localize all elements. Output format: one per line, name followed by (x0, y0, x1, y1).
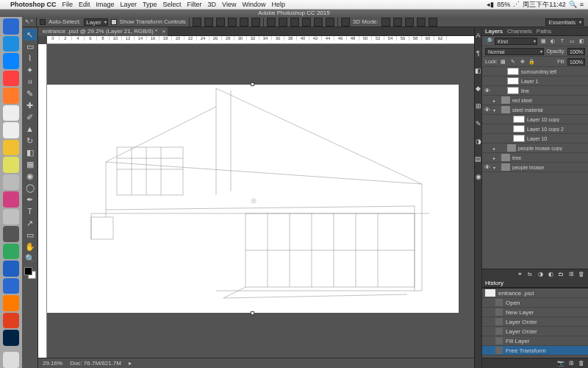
new-snapshot-icon[interactable]: ⊞ (567, 360, 575, 367)
align-icon[interactable] (216, 18, 225, 26)
dock-illustrator-icon[interactable] (3, 295, 19, 311)
transform-center-icon[interactable]: ⊕ (251, 197, 254, 200)
layer-row[interactable]: Layer 1 (482, 77, 588, 86)
history-item[interactable]: Free Transform (482, 346, 588, 355)
dock-calendar-icon[interactable] (3, 105, 19, 121)
link-layers-icon[interactable]: ⚭ (516, 271, 523, 278)
layer-row[interactable]: 👁▾people incase (482, 163, 588, 172)
dock-app-icon[interactable] (3, 122, 19, 138)
dock-trash-icon[interactable] (3, 352, 19, 368)
align-icon[interactable] (193, 18, 201, 26)
dock-appstore-icon[interactable] (3, 53, 19, 69)
panel-icon[interactable]: ◧ (475, 67, 482, 77)
menu-filter[interactable]: Filter (187, 1, 202, 8)
menu-file[interactable]: File (62, 1, 74, 8)
layer-mask-icon[interactable]: ◑ (537, 271, 544, 278)
history-item[interactable]: New Layer (482, 308, 588, 317)
visibility-icon[interactable]: 👁 (484, 88, 491, 94)
eyedropper-tool[interactable]: ✎ (24, 88, 37, 99)
new-layer-icon[interactable]: ⊞ (567, 271, 575, 278)
adjustment-layer-icon[interactable]: ◐ (547, 271, 554, 278)
3d-tool-icon[interactable] (405, 18, 414, 26)
menu-view[interactable]: View (222, 1, 236, 8)
history-item[interactable]: Fill Layer (482, 336, 588, 346)
spotlight-icon[interactable]: 🔍 (569, 1, 577, 8)
lock-all-icon[interactable]: 🔒 (528, 58, 536, 66)
paths-tab[interactable]: Paths (537, 28, 551, 35)
auto-select-dropdown[interactable]: Layer (84, 18, 108, 26)
expand-arrow-icon[interactable]: ▾ (493, 107, 499, 113)
dock-app-icon[interactable] (3, 157, 19, 173)
lock-position-icon[interactable]: ✥ (519, 58, 526, 66)
panel-icon[interactable]: ⊞ (475, 102, 482, 113)
dodge-tool[interactable]: ◯ (24, 182, 37, 194)
crop-tool[interactable]: ⌗ (24, 76, 37, 88)
document-canvas[interactable]: ⊕ (47, 85, 459, 313)
stamp-tool[interactable]: ▲ (24, 123, 37, 135)
distribute-icon[interactable] (326, 18, 334, 26)
history-item[interactable]: Layer Order (482, 327, 588, 336)
3d-icon[interactable] (341, 18, 350, 26)
layer-row[interactable]: Layer 10 copy (482, 115, 588, 124)
filter-shape-icon[interactable]: ▭ (568, 38, 576, 45)
menu-layer[interactable]: Layer (121, 1, 137, 8)
filter-type-select[interactable]: Kind (495, 38, 537, 45)
auto-select-checkbox[interactable] (40, 19, 46, 25)
align-icon[interactable] (251, 18, 260, 26)
close-tab-icon[interactable]: × (162, 27, 166, 36)
blur-tool[interactable]: ◉ (24, 170, 37, 182)
menu-help[interactable]: Help (271, 1, 285, 8)
history-item[interactable]: Layer Order (482, 317, 588, 327)
clock[interactable]: 周三下午11:42 (523, 0, 566, 10)
history-list[interactable]: entrance .psd OpenNew LayerLayer OrderLa… (482, 288, 588, 358)
gradient-tool[interactable]: ▦ (24, 158, 37, 170)
dock-photoshop-icon[interactable] (3, 330, 19, 346)
dock-finder-icon[interactable] (3, 18, 19, 35)
zoom-tool[interactable]: 🔍 (24, 252, 37, 264)
shape-tool[interactable]: ▭ (24, 229, 37, 241)
battery-icon[interactable]: ◂▮ (487, 1, 494, 8)
panel-icon[interactable]: ◆ (475, 85, 482, 95)
3d-tool-icon[interactable] (417, 18, 426, 26)
dock-app-icon[interactable] (3, 71, 19, 87)
eraser-tool[interactable]: ◧ (24, 146, 37, 158)
distribute-icon[interactable] (267, 18, 276, 26)
filter-adjust-icon[interactable]: ◐ (549, 38, 556, 45)
layer-row[interactable]: ▸tree (482, 153, 588, 163)
transform-handle-bottom[interactable] (251, 311, 254, 315)
panel-icon[interactable]: ▤ (475, 155, 482, 166)
paragraph-panel-icon[interactable]: ¶ (475, 49, 482, 60)
menu-3d[interactable]: 3D (208, 1, 217, 8)
type-tool[interactable]: T (24, 205, 37, 217)
document-tab[interactable]: entrance .psd @ 29.2% (Layer 21, RGB/8) … (38, 27, 168, 36)
dock-app-icon[interactable] (3, 174, 19, 191)
distribute-icon[interactable] (302, 18, 311, 26)
dock-app-icon[interactable] (3, 278, 19, 294)
delete-state-icon[interactable]: 🗑 (578, 360, 585, 367)
transform-handle-top[interactable] (251, 82, 254, 86)
panel-icon[interactable]: ◉ (475, 173, 482, 183)
expand-arrow-icon[interactable]: ▾ (493, 165, 499, 170)
wifi-icon[interactable]: ⋰ (513, 1, 520, 8)
zoom-level[interactable]: 29.16% (43, 360, 62, 367)
dock-word-icon[interactable] (3, 261, 19, 277)
3d-tool-icon[interactable] (429, 18, 437, 26)
filter-smart-icon[interactable]: ◧ (578, 38, 585, 45)
menu-select[interactable]: Select (163, 1, 182, 8)
filter-pixel-icon[interactable]: ▦ (539, 38, 547, 45)
distribute-icon[interactable] (279, 18, 287, 26)
brush-tool[interactable]: ✐ (24, 111, 37, 123)
layer-fx-icon[interactable]: fx (526, 271, 534, 278)
lasso-tool[interactable]: ⌇ (24, 52, 37, 64)
dock-app-icon[interactable] (3, 88, 19, 104)
distribute-icon[interactable] (290, 18, 299, 26)
layer-row[interactable]: Layer 10 (482, 134, 588, 144)
distribute-icon[interactable] (314, 18, 323, 26)
marquee-tool[interactable]: ▭ (24, 40, 37, 52)
visibility-icon[interactable]: 👁 (484, 164, 491, 171)
pen-tool[interactable]: ✒ (24, 194, 37, 205)
menu-image[interactable]: Image (96, 1, 115, 8)
dock-itunes-icon[interactable] (3, 191, 19, 208)
history-tab[interactable]: History (485, 280, 503, 286)
align-icon[interactable] (204, 18, 213, 26)
